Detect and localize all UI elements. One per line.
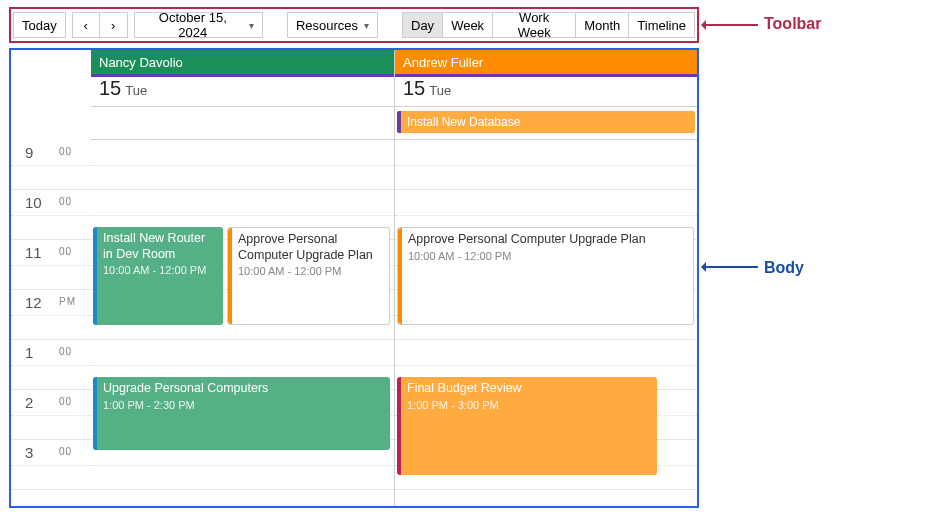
today-button[interactable]: Today	[13, 12, 66, 38]
day-number: 15	[99, 77, 121, 100]
view-switch: Day Week Work Week Month Timeline	[402, 12, 695, 38]
day-of-week: Tue	[429, 83, 451, 98]
day-header[interactable]: 15 Tue	[395, 77, 697, 107]
resources-dropdown[interactable]: Resources ▾	[287, 12, 378, 38]
next-button[interactable]: ›	[100, 12, 128, 38]
allday-row[interactable]: Install New Database	[395, 107, 697, 140]
minute-label: 00	[59, 346, 72, 357]
view-workweek[interactable]: Work Week	[493, 12, 576, 38]
event-time: 1:00 PM - 2:30 PM	[103, 399, 384, 411]
calendar-event[interactable]: Approve Personal Computer Upgrade Plan10…	[227, 227, 390, 325]
annotation-label-toolbar: Toolbar	[764, 15, 821, 33]
minute-label: 00	[59, 146, 72, 157]
prev-button[interactable]: ‹	[72, 12, 100, 38]
toolbar: Today ‹ › October 15, 2024 ▾ Resources ▾	[9, 7, 699, 43]
minute-label: 00	[59, 446, 72, 457]
event-title: Install New Database	[407, 115, 520, 129]
caret-down-icon: ▾	[364, 20, 369, 31]
minute-label: 00	[59, 396, 72, 407]
annotation-arrow-body	[704, 266, 758, 268]
event-color-bar	[93, 227, 97, 325]
caret-down-icon: ▾	[249, 20, 254, 31]
day-number: 15	[403, 77, 425, 100]
time-grid[interactable]: Install New Router in Dev Room10:00 AM -…	[91, 140, 394, 506]
event-time: 10:00 AM - 12:00 PM	[238, 265, 383, 277]
allday-row[interactable]	[91, 107, 394, 140]
nav-group: ‹ ›	[72, 12, 128, 38]
scheduler-body: 900 1000 1100 12PM 100 200 300 Nancy Dav…	[9, 48, 699, 508]
calendar-event[interactable]: Approve Personal Computer Upgrade Plan10…	[397, 227, 694, 325]
resources-label: Resources	[296, 18, 358, 33]
day-of-week: Tue	[125, 83, 147, 98]
view-day[interactable]: Day	[402, 12, 443, 38]
chevron-left-icon: ‹	[84, 18, 88, 33]
hour-label: 9	[25, 144, 33, 161]
event-title: Upgrade Personal Computers	[103, 381, 384, 397]
time-grid[interactable]: Approve Personal Computer Upgrade Plan10…	[395, 140, 697, 506]
event-title: Install New Router in Dev Room	[103, 231, 217, 262]
hour-label: 10	[25, 194, 42, 211]
event-color-bar	[397, 111, 401, 133]
event-title: Final Budget Review	[407, 381, 651, 397]
view-week[interactable]: Week	[443, 12, 493, 38]
view-month[interactable]: Month	[576, 12, 629, 38]
event-color-bar	[228, 228, 232, 324]
hour-label: 12	[25, 294, 42, 311]
day-header[interactable]: 15 Tue	[91, 77, 394, 107]
minute-label: 00	[59, 246, 72, 257]
hour-label: 11	[25, 244, 42, 261]
calendar-event[interactable]: Final Budget Review1:00 PM - 3:00 PM	[397, 377, 657, 475]
date-picker-button[interactable]: October 15, 2024 ▾	[134, 12, 263, 38]
annotation-label-body: Body	[764, 259, 804, 277]
time-axis: 900 1000 1100 12PM 100 200 300	[11, 50, 91, 506]
event-color-bar	[397, 377, 401, 475]
event-time: 1:00 PM - 3:00 PM	[407, 399, 651, 411]
calendar-event[interactable]: Upgrade Personal Computers1:00 PM - 2:30…	[93, 377, 390, 450]
minute-label: 00	[59, 196, 72, 207]
annotation-arrow-toolbar	[704, 24, 758, 26]
chevron-right-icon: ›	[111, 18, 115, 33]
hour-label: 2	[25, 394, 33, 411]
event-title: Approve Personal Computer Upgrade Plan	[408, 232, 687, 248]
allday-event[interactable]: Install New Database	[397, 111, 695, 133]
view-timeline[interactable]: Timeline	[629, 12, 695, 38]
minute-label: PM	[59, 296, 76, 307]
event-time: 10:00 AM - 12:00 PM	[103, 264, 217, 276]
resource-column-andrew: Andrew Fuller 15 Tue Install New Databas…	[394, 50, 697, 506]
resource-column-nancy: Nancy Davolio 15 Tue Install New Router …	[91, 50, 394, 506]
hour-label: 3	[25, 444, 33, 461]
event-color-bar	[93, 377, 97, 450]
date-label: October 15, 2024	[143, 10, 243, 40]
hour-label: 1	[25, 344, 33, 361]
calendar-event[interactable]: Install New Router in Dev Room10:00 AM -…	[93, 227, 223, 325]
event-color-bar	[398, 228, 402, 324]
event-time: 10:00 AM - 12:00 PM	[408, 250, 687, 262]
event-title: Approve Personal Computer Upgrade Plan	[238, 232, 383, 263]
resource-header[interactable]: Andrew Fuller	[395, 50, 697, 74]
resource-header[interactable]: Nancy Davolio	[91, 50, 394, 74]
